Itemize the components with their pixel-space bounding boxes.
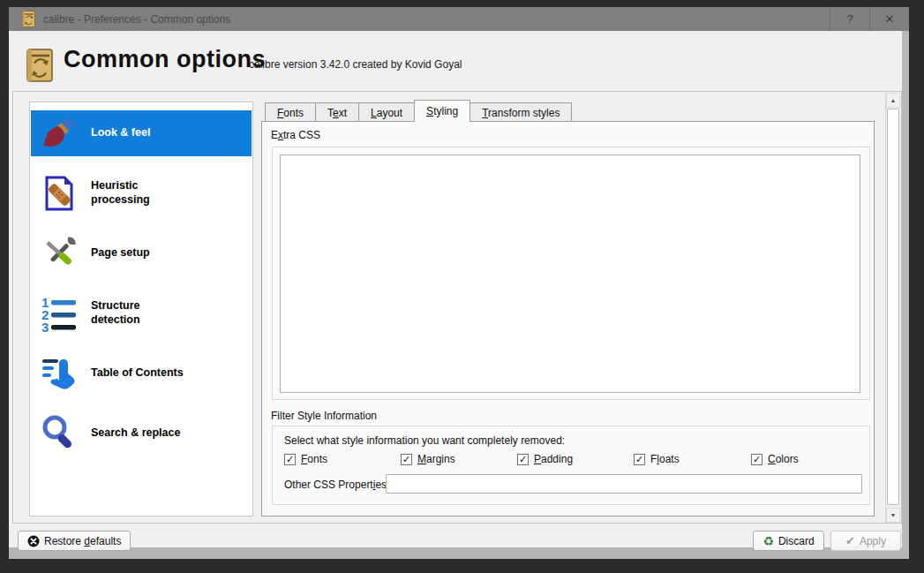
- apply-button[interactable]: ✔ Apply: [830, 531, 901, 551]
- other-css-row: Other CSS Properties:: [284, 474, 862, 495]
- calibre-logo-icon-large: [26, 49, 53, 82]
- tab-fonts[interactable]: Fonts: [265, 102, 316, 122]
- config-tabbar: Fonts Text Layout Styling Transform styl…: [265, 102, 571, 122]
- version-text: calibre version 3.42.0 created by Kovid …: [249, 58, 462, 71]
- tools-icon: [40, 234, 79, 273]
- help-button[interactable]: ?: [830, 7, 869, 31]
- scroll-up-icon: ▲: [890, 97, 897, 103]
- scroll-up-button[interactable]: ▲: [886, 93, 900, 108]
- checkbox-check-icon: ✓: [634, 454, 645, 465]
- close-button[interactable]: ✕: [869, 7, 909, 31]
- checkbox-floats[interactable]: ✓ Floats: [634, 453, 680, 465]
- checkmark-icon: ✔: [845, 535, 855, 547]
- filter-style-group: Select what style information you want c…: [272, 426, 870, 505]
- preferences-window: calibre - Preferences - Common options ?…: [9, 7, 909, 559]
- checkbox-margins[interactable]: ✓ Margins: [401, 453, 455, 465]
- help-icon: ?: [846, 12, 853, 26]
- tab-transform-styles[interactable]: Transform styles: [470, 102, 572, 122]
- sidebar-item-label: Heuristic processing: [91, 179, 188, 207]
- styling-tab-pane: Extra CSS Filter Style Information Selec…: [261, 121, 875, 516]
- calibre-logo-icon: [22, 11, 35, 27]
- scroll-down-icon: ▼: [890, 512, 897, 518]
- recycle-icon: ♻: [762, 535, 774, 547]
- toc-hand-icon: [40, 354, 79, 393]
- filter-style-information-label: Filter Style Information: [271, 410, 377, 422]
- checkbox-padding[interactable]: ✓ Padding: [517, 453, 573, 465]
- category-sidebar: Look & feel Heuristic processing: [29, 102, 253, 516]
- vertical-scrollbar[interactable]: ▲ ▼: [885, 93, 900, 523]
- titlebar[interactable]: calibre - Preferences - Common options ?…: [9, 7, 909, 31]
- sidebar-item-label: Search & replace: [91, 426, 188, 441]
- numbered-list-icon: 1 2 3: [40, 294, 79, 333]
- sidebar-item-label: Structure detection: [91, 299, 188, 327]
- desktop-background: calibre - Preferences - Common options ?…: [0, 0, 924, 573]
- tab-layout[interactable]: Layout: [358, 102, 415, 122]
- scrollbar-thumb[interactable]: [887, 109, 899, 505]
- extra-css-frame: [272, 147, 870, 400]
- close-icon: ✕: [885, 12, 895, 26]
- sidebar-item-heuristic-processing[interactable]: Heuristic processing: [31, 170, 252, 216]
- extra-css-label: Extra CSS: [271, 129, 320, 141]
- extra-css-textarea[interactable]: [280, 155, 860, 393]
- discard-button[interactable]: ♻ Discard: [753, 531, 824, 551]
- sidebar-item-look-and-feel[interactable]: Look & feel: [31, 110, 252, 156]
- sidebar-item-label: Table of Contents: [91, 366, 188, 381]
- sidebar-item-label: Look & feel: [91, 126, 188, 140]
- filter-checkbox-row: ✓ Fonts ✓ Margins ✓ Padding ✓ Floats: [284, 453, 862, 469]
- magnifier-icon: [40, 414, 79, 453]
- checkbox-check-icon: ✓: [284, 454, 296, 465]
- other-css-properties-input[interactable]: [386, 474, 862, 494]
- paintbrush-icon: [40, 114, 79, 153]
- sidebar-item-label: Page setup: [91, 246, 188, 260]
- restore-defaults-button[interactable]: Restore defaults: [18, 531, 131, 551]
- sidebar-item-search-and-replace[interactable]: Search & replace: [31, 411, 252, 456]
- checkbox-check-icon: ✓: [517, 454, 529, 465]
- filter-description: Select what style information you want c…: [284, 434, 565, 447]
- window-title: calibre - Preferences - Common options: [43, 13, 230, 26]
- checkbox-fonts[interactable]: ✓ Fonts: [284, 453, 327, 465]
- sidebar-item-table-of-contents[interactable]: Table of Contents: [31, 351, 252, 396]
- bandaged-document-icon: [40, 174, 79, 213]
- sidebar-item-page-setup[interactable]: Page setup: [31, 230, 252, 276]
- svg-text:3: 3: [41, 320, 49, 333]
- checkbox-check-icon: ✓: [751, 454, 762, 465]
- checkbox-check-icon: ✓: [401, 454, 412, 465]
- sidebar-item-structure-detection[interactable]: 1 2 3 Structure detection: [31, 290, 252, 336]
- tab-styling[interactable]: Styling: [414, 100, 470, 122]
- other-css-properties-label: Other CSS Properties:: [284, 479, 389, 491]
- tab-text[interactable]: Text: [315, 102, 359, 122]
- checkbox-colors[interactable]: ✓ Colors: [751, 453, 799, 465]
- restore-defaults-icon: [27, 535, 40, 547]
- page-title: Common options: [64, 46, 266, 73]
- scroll-down-button[interactable]: ▼: [886, 508, 900, 523]
